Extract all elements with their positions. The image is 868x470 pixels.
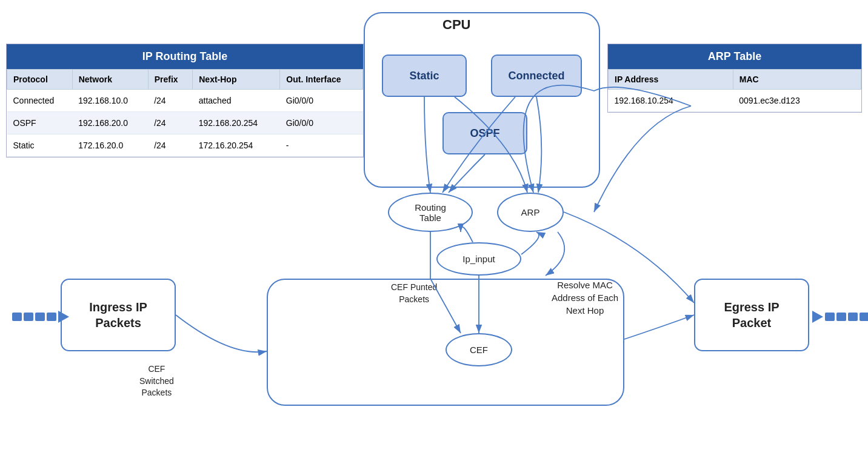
cpu-label: CPU xyxy=(442,17,470,33)
table-row: 192.168.10.2540091.ec3e.d123 xyxy=(609,90,861,112)
col-ip-address: IP Address xyxy=(609,70,733,90)
diagram: IP Routing Table Protocol Network Prefix… xyxy=(0,0,868,470)
resolve-mac-label: Resolve MAC Address of Each Next Hop xyxy=(552,279,618,317)
ingress-arrow xyxy=(12,311,69,323)
arp-oval: ARP xyxy=(497,193,564,232)
col-outinterface: Out. Interface xyxy=(280,70,363,90)
cef-switched-label: CEF Switched Packets xyxy=(139,363,174,399)
egress-box: Egress IP Packet xyxy=(694,279,809,351)
static-button[interactable]: Static xyxy=(382,55,467,97)
ingress-box: Ingress IP Packets xyxy=(61,279,176,351)
ip-input-oval: Ip_input xyxy=(436,242,521,276)
col-nexthop: Next-Hop xyxy=(193,70,280,90)
table-row: Connected192.168.10.0/24attachedGi0/0/0 xyxy=(7,90,363,112)
ip-routing-table: IP Routing Table Protocol Network Prefix… xyxy=(6,44,364,157)
col-mac: MAC xyxy=(733,70,861,90)
egress-arrow xyxy=(812,311,868,323)
routing-table-header: IP Routing Table xyxy=(7,44,363,69)
table-row: OSPF192.168.20.0/24192.168.20.254Gi0/0/0 xyxy=(7,112,363,134)
table-row: Static172.16.20.0/24172.16.20.254- xyxy=(7,134,363,157)
arp-table-header: ARP Table xyxy=(608,44,861,69)
cpu-box xyxy=(364,12,600,188)
arp-table: ARP Table IP Address MAC 192.168.10.2540… xyxy=(607,44,862,113)
col-network: Network xyxy=(72,70,148,90)
col-protocol: Protocol xyxy=(7,70,73,90)
connected-button[interactable]: Connected xyxy=(491,55,582,97)
col-prefix: Prefix xyxy=(148,70,193,90)
cef-punted-label: CEF Punted Packets xyxy=(391,282,437,305)
ospf-button[interactable]: OSPF xyxy=(442,112,527,154)
cef-oval: CEF xyxy=(446,333,512,366)
routing-table-oval: Routing Table xyxy=(388,193,473,232)
